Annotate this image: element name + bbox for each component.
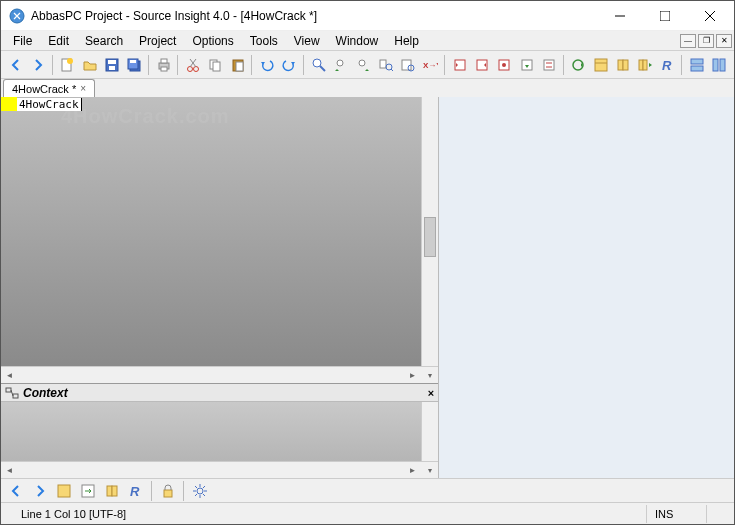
refs-button[interactable]	[538, 54, 559, 76]
app-window: AbbasPC Project - Source Insight 4.0 - […	[0, 0, 735, 525]
relation-btn-2[interactable]: R	[125, 480, 147, 502]
menu-tools[interactable]: Tools	[242, 32, 286, 50]
context-content[interactable]	[1, 402, 421, 461]
svg-rect-61	[164, 490, 172, 497]
toolbar-separator	[151, 481, 153, 501]
tile-horizontal-button[interactable]	[686, 54, 707, 76]
nav-back-button[interactable]	[5, 480, 27, 502]
svg-point-17	[193, 66, 198, 71]
toolbar-separator	[52, 55, 54, 75]
context-close-button[interactable]: ×	[428, 387, 434, 399]
scroll-left-icon[interactable]: ◄	[1, 463, 18, 478]
svg-rect-50	[691, 66, 703, 71]
symbol-window-button[interactable]	[590, 54, 611, 76]
goto-button[interactable]	[77, 480, 99, 502]
editor-text[interactable]: 4HowCrack	[17, 98, 82, 111]
bottom-toolbar: R	[1, 478, 734, 502]
relation-button[interactable]: R	[657, 54, 678, 76]
svg-rect-2	[660, 11, 670, 21]
toolbar-separator	[681, 55, 683, 75]
mdi-close-button[interactable]: ✕	[716, 34, 732, 48]
scrollbar-thumb[interactable]	[424, 217, 436, 257]
menubar: File Edit Search Project Options Tools V…	[1, 31, 734, 51]
tab-label: 4HowCrack *	[12, 83, 76, 95]
toolbar-separator	[444, 55, 446, 75]
scroll-end-icon[interactable]: ▾	[421, 463, 438, 478]
svg-line-55	[11, 390, 13, 396]
editor-line: 4HowCrack	[1, 97, 82, 111]
maximize-button[interactable]	[642, 2, 687, 30]
svg-point-62	[197, 488, 203, 494]
menu-edit[interactable]: Edit	[40, 32, 77, 50]
toolbar-separator	[183, 481, 185, 501]
book-nav-button[interactable]	[635, 54, 656, 76]
menu-options[interactable]: Options	[184, 32, 241, 50]
symbols-button[interactable]	[53, 480, 75, 502]
sync-button[interactable]	[568, 54, 589, 76]
svg-point-27	[359, 60, 365, 66]
find-next-button[interactable]	[353, 54, 374, 76]
window-title: AbbasPC Project - Source Insight 4.0 - […	[31, 9, 597, 23]
menu-help[interactable]: Help	[386, 32, 427, 50]
svg-point-6	[67, 58, 73, 64]
lookup-button[interactable]	[397, 54, 418, 76]
minimize-button[interactable]	[597, 2, 642, 30]
scroll-right-icon[interactable]: ►	[404, 463, 421, 478]
side-panel[interactable]	[439, 97, 734, 478]
new-file-button[interactable]	[57, 54, 78, 76]
context-hscroll[interactable]: ◄ ► ▾	[1, 461, 438, 478]
close-button[interactable]	[687, 2, 732, 30]
menu-project[interactable]: Project	[131, 32, 184, 50]
toolbar-separator	[177, 55, 179, 75]
file-tab[interactable]: 4HowCrack * ×	[3, 79, 95, 97]
menu-file[interactable]: File	[5, 32, 40, 50]
redo-button[interactable]	[279, 54, 300, 76]
mdi-minimize-button[interactable]: —	[680, 34, 696, 48]
cut-button[interactable]	[182, 54, 203, 76]
svg-text:X→Y: X→Y	[423, 61, 438, 70]
forward-button[interactable]	[27, 54, 48, 76]
menu-search[interactable]: Search	[77, 32, 131, 50]
open-file-button[interactable]	[79, 54, 100, 76]
svg-rect-49	[691, 59, 703, 64]
nav-forward-button[interactable]	[29, 480, 51, 502]
menu-view[interactable]: View	[286, 32, 328, 50]
lock-button[interactable]	[157, 480, 179, 502]
back-button[interactable]	[5, 54, 26, 76]
svg-line-67	[195, 486, 197, 488]
menu-window[interactable]: Window	[328, 32, 387, 50]
save-all-button[interactable]	[124, 54, 145, 76]
mdi-restore-button[interactable]: ❐	[698, 34, 714, 48]
bookmark-prev-button[interactable]	[449, 54, 470, 76]
callers-button[interactable]	[516, 54, 537, 76]
scroll-left-icon[interactable]: ◄	[1, 368, 18, 383]
editor-content[interactable]: 4HowCrack.com 4HowCrack	[1, 97, 421, 366]
svg-point-26	[337, 60, 343, 66]
tab-close-icon[interactable]: ×	[80, 83, 86, 94]
tile-vertical-button[interactable]	[709, 54, 730, 76]
copy-button[interactable]	[205, 54, 226, 76]
vertical-scrollbar[interactable]	[421, 97, 438, 366]
horizontal-scrollbar[interactable]: ◄ ► ▾	[1, 366, 438, 383]
print-button[interactable]	[153, 54, 174, 76]
find-prev-button[interactable]	[330, 54, 351, 76]
paste-button[interactable]	[227, 54, 248, 76]
undo-button[interactable]	[256, 54, 277, 76]
bookmark-next-button[interactable]	[471, 54, 492, 76]
settings-button[interactable]	[189, 480, 211, 502]
context-vscroll[interactable]	[421, 402, 438, 461]
save-button[interactable]	[101, 54, 122, 76]
book-icon-button[interactable]	[612, 54, 633, 76]
scroll-right-icon[interactable]: ►	[404, 368, 421, 383]
replace-button[interactable]: X→Y	[420, 54, 441, 76]
toolbar-separator	[563, 55, 565, 75]
main-area: 4HowCrack.com 4HowCrack ◄ ► ▾	[1, 97, 734, 478]
svg-rect-9	[109, 66, 115, 70]
bookmark-button[interactable]	[494, 54, 515, 76]
scroll-end-icon[interactable]: ▾	[421, 368, 438, 383]
book-button[interactable]	[101, 480, 123, 502]
find-button[interactable]	[308, 54, 329, 76]
svg-rect-56	[58, 485, 70, 497]
search-files-button[interactable]	[375, 54, 396, 76]
svg-text:R: R	[130, 484, 140, 499]
